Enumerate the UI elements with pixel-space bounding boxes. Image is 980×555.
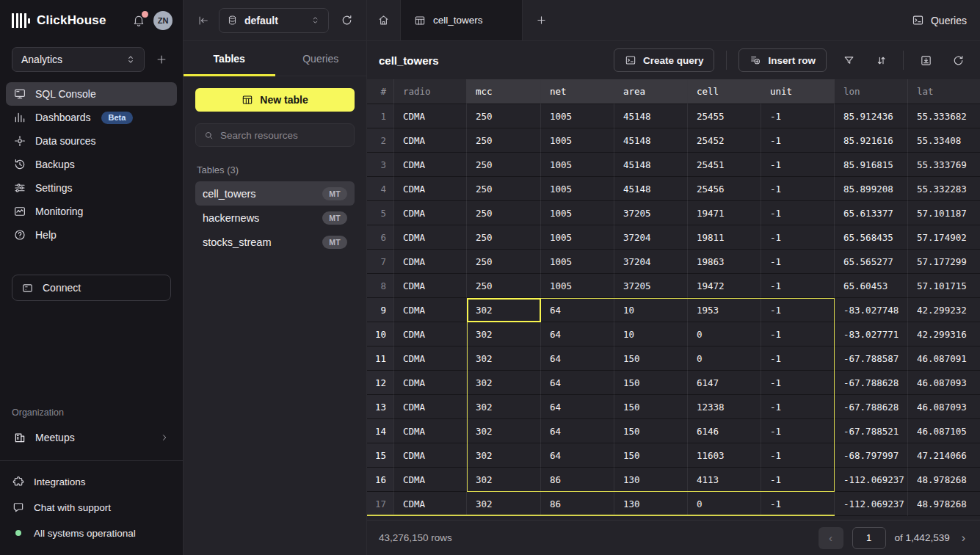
grid-cell[interactable]: 85.921616 bbox=[835, 128, 908, 153]
grid-cell[interactable]: -1 bbox=[761, 419, 835, 443]
grid-cell[interactable]: 250 bbox=[467, 250, 541, 274]
grid-cell[interactable]: 25451 bbox=[688, 153, 761, 177]
tab-tables[interactable]: Tables bbox=[184, 41, 275, 76]
sidebar-item-backups[interactable]: Backups bbox=[6, 153, 177, 176]
grid-cell[interactable]: 130 bbox=[614, 468, 688, 492]
grid-cell[interactable]: 64 bbox=[541, 419, 614, 443]
tab-cell-towers[interactable]: cell_towers bbox=[401, 0, 523, 40]
grid-cell[interactable]: 1005 bbox=[541, 274, 614, 298]
grid-cell[interactable]: 6147 bbox=[688, 371, 761, 395]
grid-cell[interactable]: -1 bbox=[761, 347, 835, 371]
grid-cell[interactable]: 6146 bbox=[688, 419, 761, 443]
grid-cell[interactable]: -1 bbox=[761, 322, 835, 347]
column-header-net[interactable]: net bbox=[541, 79, 614, 104]
grid-cell[interactable]: -1 bbox=[761, 225, 835, 250]
next-page-button[interactable]: › bbox=[959, 532, 968, 545]
system-status[interactable]: All systems operational bbox=[12, 523, 171, 543]
grid-cell[interactable]: 1005 bbox=[541, 250, 614, 274]
grid-cell[interactable]: CDMA bbox=[394, 250, 467, 274]
sidebar-item-help[interactable]: Help bbox=[6, 223, 177, 247]
new-tab-button[interactable] bbox=[523, 0, 559, 40]
notifications-button[interactable] bbox=[130, 12, 148, 29]
grid-cell[interactable]: 86 bbox=[541, 492, 614, 516]
refresh-tables-icon[interactable] bbox=[341, 14, 353, 26]
grid-cell[interactable]: 55.33408 bbox=[908, 128, 980, 153]
grid-cell[interactable]: 250 bbox=[467, 274, 541, 298]
grid-cell[interactable]: 45148 bbox=[614, 104, 688, 128]
grid-cell[interactable]: -112.069237 bbox=[835, 492, 908, 516]
grid-cell[interactable]: 64 bbox=[541, 347, 614, 371]
grid-cell[interactable]: 250 bbox=[467, 128, 541, 153]
grid-cell[interactable]: -1 bbox=[761, 201, 835, 225]
new-table-button[interactable]: New table bbox=[195, 88, 355, 112]
grid-cell[interactable]: 302 bbox=[467, 419, 541, 443]
grid-cell[interactable]: 65.565277 bbox=[835, 250, 908, 274]
grid-cell[interactable]: CDMA bbox=[394, 128, 467, 153]
grid-cell[interactable]: 19811 bbox=[688, 225, 761, 250]
grid-cell[interactable]: -1 bbox=[761, 371, 835, 395]
grid-cell[interactable]: 250 bbox=[467, 177, 541, 201]
grid-cell[interactable]: 302 bbox=[467, 468, 541, 492]
grid-cell[interactable]: 55.333769 bbox=[908, 153, 980, 177]
grid-cell[interactable]: 1005 bbox=[541, 128, 614, 153]
grid-cell[interactable]: 42.299316 bbox=[908, 322, 980, 347]
search-input[interactable] bbox=[220, 130, 350, 141]
grid-cell[interactable]: 1005 bbox=[541, 201, 614, 225]
grid-cell[interactable]: -67.788521 bbox=[835, 419, 908, 443]
grid-cell[interactable]: 37205 bbox=[614, 274, 688, 298]
connect-button[interactable]: Connect bbox=[12, 275, 171, 301]
grid-cell[interactable]: 57.101187 bbox=[908, 201, 980, 225]
grid-cell[interactable]: 85.899208 bbox=[835, 177, 908, 201]
grid-cell[interactable]: -83.027771 bbox=[835, 322, 908, 347]
grid-cell[interactable]: 150 bbox=[614, 347, 688, 371]
queries-button[interactable]: Queries bbox=[899, 0, 980, 40]
grid-cell[interactable]: 48.978268 bbox=[908, 468, 980, 492]
grid-cell[interactable]: 302 bbox=[467, 443, 541, 468]
column-header-mcc[interactable]: mcc bbox=[467, 79, 541, 104]
grid-cell[interactable]: -112.069237 bbox=[835, 468, 908, 492]
grid-cell[interactable]: CDMA bbox=[394, 274, 467, 298]
grid-cell[interactable]: -1 bbox=[761, 492, 835, 516]
grid-cell[interactable]: -67.788587 bbox=[835, 347, 908, 371]
prev-page-button[interactable]: ‹ bbox=[819, 527, 843, 549]
grid-cell[interactable]: 302 bbox=[467, 347, 541, 371]
grid-cell[interactable]: 1005 bbox=[541, 104, 614, 128]
column-header-index[interactable]: # bbox=[367, 79, 394, 104]
workspace-select[interactable]: Analytics bbox=[12, 47, 145, 72]
grid-cell[interactable]: 45148 bbox=[614, 153, 688, 177]
grid-cell[interactable]: 19863 bbox=[688, 250, 761, 274]
grid-cell[interactable]: 10 bbox=[614, 298, 688, 322]
table-list-item-cell-towers[interactable]: cell_towers MT bbox=[195, 181, 355, 206]
grid-cell[interactable]: 0 bbox=[688, 322, 761, 347]
grid-cell[interactable]: 48.978268 bbox=[908, 492, 980, 516]
refresh-button[interactable] bbox=[948, 50, 968, 70]
grid-cell[interactable]: CDMA bbox=[394, 298, 467, 322]
grid-cell[interactable]: 10 bbox=[614, 322, 688, 347]
grid-cell[interactable]: -1 bbox=[761, 177, 835, 201]
grid-cell[interactable]: 64 bbox=[541, 371, 614, 395]
grid-cell[interactable]: 86 bbox=[541, 468, 614, 492]
grid-cell[interactable]: CDMA bbox=[394, 443, 467, 468]
sidebar-item-monitoring[interactable]: Monitoring bbox=[6, 200, 177, 223]
grid-cell[interactable]: 47.214066 bbox=[908, 443, 980, 468]
grid-cell[interactable]: 46.087091 bbox=[908, 347, 980, 371]
grid-cell[interactable]: 1005 bbox=[541, 153, 614, 177]
grid-cell[interactable]: CDMA bbox=[394, 395, 467, 419]
grid-cell[interactable]: 130 bbox=[614, 492, 688, 516]
insert-row-button[interactable]: Insert row bbox=[738, 48, 827, 72]
grid-cell[interactable]: 55.332283 bbox=[908, 177, 980, 201]
grid-cell[interactable]: 150 bbox=[614, 371, 688, 395]
grid-cell[interactable]: 4113 bbox=[688, 468, 761, 492]
grid-cell[interactable]: -1 bbox=[761, 274, 835, 298]
grid-cell[interactable]: 1005 bbox=[541, 225, 614, 250]
column-header-lon[interactable]: lon bbox=[835, 79, 908, 104]
sidebar-item-chat-support[interactable]: Chat with support bbox=[12, 497, 171, 518]
grid-cell[interactable]: CDMA bbox=[394, 104, 467, 128]
grid-cell[interactable]: 0 bbox=[688, 347, 761, 371]
grid-cell[interactable]: -1 bbox=[761, 443, 835, 468]
grid-cell[interactable]: 46.087093 bbox=[908, 395, 980, 419]
grid-cell[interactable]: 85.916815 bbox=[835, 153, 908, 177]
grid-cell[interactable]: 37204 bbox=[614, 250, 688, 274]
column-header-cell[interactable]: cell bbox=[688, 79, 761, 104]
grid-cell[interactable]: -83.027748 bbox=[835, 298, 908, 322]
